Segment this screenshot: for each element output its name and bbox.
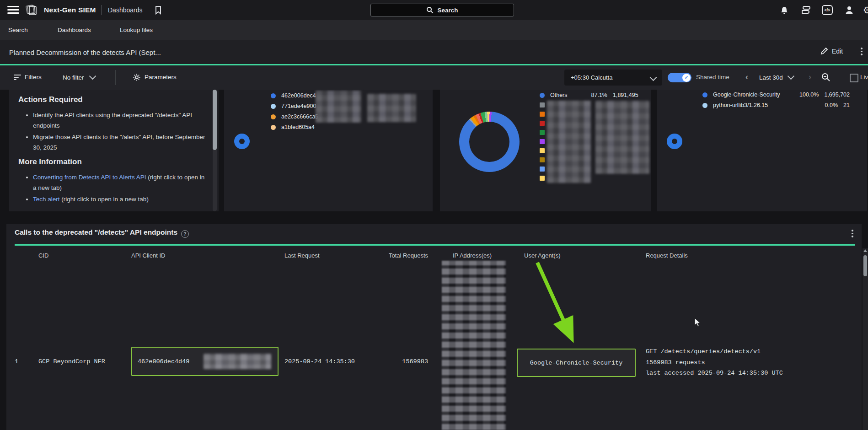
col-header-cid[interactable]: CID	[38, 252, 48, 259]
siem-dashboard-app: Next-Gen SIEM Dashboards Search	[0, 0, 868, 430]
scrollbar-up-arrow-icon[interactable]	[863, 249, 867, 252]
legend-item[interactable]: Google-Chronicle-Security 100.0% 1,695,7…	[702, 91, 850, 98]
filter-select[interactable]: No filter	[63, 74, 95, 81]
filterbar-divider	[115, 70, 116, 85]
settings-button[interactable]: ⚙	[862, 5, 868, 16]
dashboard-title: Planned Decommission of the detects API …	[9, 48, 161, 56]
legend-square	[540, 139, 545, 144]
timezone-value: +05:30 Calcutta	[571, 74, 612, 81]
breadcrumb[interactable]: Dashboards	[108, 6, 143, 14]
gear-icon: ⚙	[863, 5, 868, 16]
code-icon: </>	[822, 5, 833, 15]
legend-item[interactable]: a1bfed605a4	[271, 124, 315, 130]
api-clients-donut-chart[interactable]	[234, 134, 250, 149]
bell-icon	[780, 5, 789, 15]
legend-item[interactable]: Others 87.1% 1,891,495	[540, 92, 638, 98]
section-title: Calls to the deprecated "/detects" API e…	[15, 228, 189, 238]
col-header-request-details[interactable]: Request Details	[646, 252, 688, 259]
time-prev-button[interactable]: ‹	[745, 72, 748, 82]
search-icon	[426, 6, 434, 14]
request-details-line: GET /detects/queries/detects/v1	[646, 346, 783, 357]
col-header-total-requests[interactable]: Total Requests	[366, 252, 428, 259]
module-nav: Search Dashboards Lookup files	[0, 20, 868, 40]
api-explorer-button[interactable]: </>	[822, 5, 833, 16]
filters-button[interactable]: Filters	[25, 74, 42, 81]
legend-label: a1bfed605a4	[281, 124, 315, 130]
legend-square	[540, 121, 545, 126]
legend-dot	[702, 103, 707, 108]
feedback-button[interactable]	[800, 5, 811, 16]
filter-bar: Filters No filter Parameters +05:30 Calc…	[0, 65, 868, 90]
request-details-line: last accessed 2025-09-24 14:35:30 UTC	[646, 368, 783, 379]
col-header-last-request[interactable]: Last Request	[284, 252, 320, 259]
more-information-list: Converting from Detects API to Alerts AP…	[19, 172, 208, 205]
chevron-down-icon	[650, 74, 657, 81]
legend-value: 1,891,495	[613, 92, 638, 98]
dashboard-more-menu[interactable]	[861, 48, 863, 55]
legend-dot	[540, 93, 545, 98]
panel-user-agents: Google-Chronicle-Security 100.0% 1,695,7…	[657, 90, 867, 211]
legend-item[interactable]: 771ede4e900	[271, 103, 316, 109]
panel-scrollbar[interactable]	[213, 90, 217, 211]
col-header-api-client-id[interactable]: API Client ID	[131, 252, 165, 259]
section-title-text: Calls to the deprecated "/detects" API e…	[15, 228, 177, 236]
redacted-block	[367, 94, 416, 122]
converting-detects-link[interactable]: Converting from Detects API to Alerts AP…	[33, 174, 146, 181]
row-user-agent-highlight[interactable]: Google-Chronicle-Security	[517, 349, 636, 377]
tab-dashboards[interactable]: Dashboards	[58, 27, 91, 33]
panel-actions-required: Actions Required Identify the API client…	[9, 90, 219, 211]
edit-button[interactable]: Edit	[820, 47, 843, 55]
panel-api-clients: 462e006dec4 771ede4e900 ae2c3c666ca5 a1b…	[224, 90, 433, 211]
app-title: Next-Gen SIEM	[44, 6, 96, 14]
legend-dot	[271, 93, 276, 98]
link-suffix: (right click to open in a new tab)	[60, 196, 149, 203]
row-api-client-id-highlight[interactable]: 462e006dec4d49	[131, 347, 279, 376]
bookmark-icon[interactable]	[155, 5, 162, 15]
shared-time-toggle[interactable]: ✓	[668, 73, 691, 82]
zoom-out-icon[interactable]	[821, 73, 830, 82]
section-more-menu[interactable]	[852, 230, 853, 237]
legend-square	[540, 157, 545, 162]
row-cid: GCP BeyondCorp NFR	[38, 358, 105, 365]
legend-item[interactable]: ae2c3c666ca5	[271, 113, 318, 120]
col-header-ip-addresses[interactable]: IP Address(es)	[453, 252, 492, 259]
main-menu-icon[interactable]	[7, 6, 19, 14]
legend-square	[540, 130, 545, 135]
filter-select-value: No filter	[63, 74, 84, 81]
shared-time-label: Shared time	[696, 74, 729, 81]
tech-alert-link[interactable]: Tech alert	[33, 196, 60, 203]
time-range-select[interactable]: Last 30d	[759, 74, 793, 81]
legend-item[interactable]: 462e006dec4	[271, 92, 316, 99]
legend-square	[540, 148, 545, 153]
timezone-select[interactable]: +05:30 Calcutta	[564, 70, 662, 86]
legend-square	[540, 112, 545, 117]
redacted-block	[316, 91, 361, 123]
help-icon[interactable]: ?	[181, 230, 189, 238]
account-button[interactable]	[844, 5, 855, 16]
time-next-button[interactable]: ›	[809, 72, 811, 82]
redacted-block	[547, 101, 591, 183]
user-agents-donut-chart[interactable]	[667, 134, 682, 149]
mouse-cursor	[693, 317, 702, 328]
top-app-bar: Next-Gen SIEM Dashboards Search	[0, 0, 868, 20]
filter-list-icon	[14, 75, 21, 80]
tab-lookup-files[interactable]: Lookup files	[120, 27, 153, 33]
legend-item[interactable]: python-urllib3/1.26.15 0.0% 21	[702, 102, 850, 108]
global-search-input[interactable]: Search	[370, 4, 514, 16]
time-range-value: Last 30d	[759, 74, 783, 81]
annotation-arrow	[526, 256, 585, 348]
legend-label: python-urllib3/1.26.15	[713, 102, 820, 108]
toggle-check-icon: ✓	[682, 74, 691, 82]
live-checkbox[interactable]	[850, 74, 858, 82]
chevron-down-icon	[787, 73, 794, 80]
tab-search[interactable]: Search	[8, 27, 28, 33]
row-api-client-id: 462e006dec4d49	[138, 358, 189, 365]
scrollbar-thumb[interactable]	[863, 255, 867, 276]
notifications-button[interactable]	[779, 5, 790, 16]
legend-value: 21	[843, 102, 850, 108]
parameters-button[interactable]: Parameters	[145, 74, 177, 81]
pencil-icon	[820, 47, 828, 55]
others-donut-chart[interactable]	[459, 112, 520, 172]
row-ip-addresses-redacted	[442, 261, 506, 430]
person-icon	[845, 5, 854, 15]
